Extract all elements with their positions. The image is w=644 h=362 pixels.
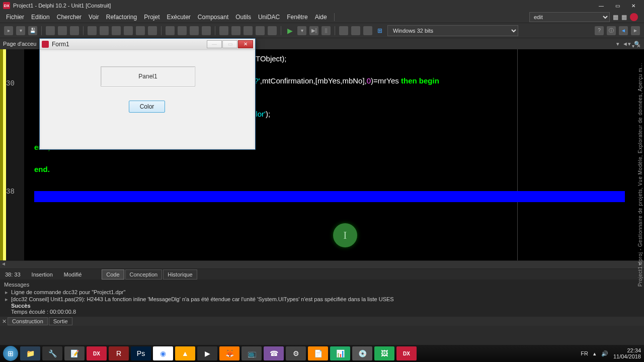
taskbar-item[interactable]: 💿: [352, 346, 372, 360]
taskbar-item[interactable]: 📺: [242, 346, 262, 360]
open-button[interactable]: ▾: [16, 26, 25, 35]
menu-outils[interactable]: Outils: [235, 14, 251, 21]
tab-sortie[interactable]: Sortie: [49, 317, 72, 325]
save-button[interactable]: 💾: [28, 26, 37, 35]
pin-icon[interactable]: ▾: [632, 43, 634, 49]
form1-close-button[interactable]: ✕: [238, 40, 253, 48]
clock[interactable]: 22:34 11/04/2018: [613, 347, 641, 359]
tab-conception[interactable]: Conception: [125, 269, 163, 280]
taskbar-item[interactable]: 📄: [308, 346, 328, 360]
run-dropdown[interactable]: ▾: [297, 26, 306, 35]
tool-icon[interactable]: [363, 26, 372, 35]
record-icon[interactable]: [630, 13, 638, 21]
menu-voir[interactable]: Voir: [89, 14, 99, 21]
tool-icon[interactable]: [178, 26, 187, 35]
delphi-logo-icon: DX: [3, 2, 10, 9]
taskbar-item[interactable]: 📊: [330, 346, 350, 360]
dropdown-icon[interactable]: ▾: [616, 41, 619, 47]
taskbar-item[interactable]: 🦊: [219, 346, 239, 360]
tool-icon[interactable]: [351, 26, 360, 35]
menu-projet[interactable]: Projet: [144, 14, 159, 21]
taskbar-item[interactable]: Ps: [131, 346, 151, 360]
menu-edition[interactable]: Edition: [31, 14, 50, 21]
project-manager-tab[interactable]: Project1.dproj - Gestionnaire de projets…: [637, 55, 643, 287]
taskbar-item[interactable]: ☎: [264, 346, 284, 360]
message-row[interactable]: [dcc32 Conseil] Unit1.pas(29): H2443 La …: [4, 296, 640, 303]
tool-icon[interactable]: [190, 26, 199, 35]
step-button[interactable]: ▶|: [309, 26, 318, 35]
tool-icon[interactable]: [219, 26, 228, 35]
maximize-button[interactable]: ▭: [610, 1, 625, 10]
taskbar-item[interactable]: ◉: [153, 346, 173, 360]
menu-aide[interactable]: Aide: [315, 14, 327, 21]
taskbar-item[interactable]: R: [109, 346, 129, 360]
sep-icon: [215, 26, 215, 35]
tab-accueil[interactable]: Page d'acceu: [3, 41, 36, 47]
tool-icon[interactable]: [46, 26, 55, 35]
run-button[interactable]: ▶: [285, 26, 294, 35]
help-button[interactable]: ?: [595, 26, 604, 35]
menu-unidac[interactable]: UniDAC: [258, 14, 280, 21]
color-button[interactable]: Color: [129, 101, 165, 113]
message-row[interactable]: Ligne de commande dcc32 pour "Project1.d…: [4, 289, 640, 296]
tab-historique[interactable]: Historique: [163, 269, 197, 280]
tool-icon[interactable]: [166, 26, 175, 35]
tool-icon[interactable]: [70, 26, 79, 35]
taskbar-item[interactable]: 🖼: [374, 346, 394, 360]
tool-icon[interactable]: [339, 26, 348, 35]
menu-chercher[interactable]: Chercher: [57, 14, 82, 21]
tool-icon[interactable]: [231, 26, 240, 35]
new-button[interactable]: ▸: [4, 26, 13, 35]
close-panel-icon[interactable]: ✕: [636, 43, 640, 49]
taskbar-item[interactable]: ⚙: [286, 346, 306, 360]
tool-icon[interactable]: [244, 26, 253, 35]
tool-icon[interactable]: [100, 26, 109, 35]
taskbar-item[interactable]: 📝: [64, 346, 85, 360]
taskbar-item[interactable]: DX: [396, 346, 417, 360]
tray-icon[interactable]: ▴: [593, 350, 596, 357]
toolbar-icon[interactable]: ▦: [621, 14, 627, 21]
tab-construction[interactable]: Construction: [8, 317, 48, 325]
menu-fenetre[interactable]: Fenêtre: [287, 14, 307, 21]
close-tab-icon[interactable]: ✕: [2, 318, 7, 325]
form1-titlebar[interactable]: Form1 — ▭ ✕: [40, 39, 255, 50]
tool-icon[interactable]: [268, 26, 277, 35]
taskbar-item[interactable]: 📁: [20, 346, 40, 360]
tool-icon[interactable]: [256, 26, 265, 35]
menu-fichier[interactable]: Fichier: [6, 14, 24, 21]
form1-maximize-button[interactable]: ▭: [222, 40, 237, 48]
panel1[interactable]: Panel1: [101, 66, 195, 86]
platform-select[interactable]: Windows 32 bits: [387, 25, 518, 36]
tool-icon[interactable]: [124, 26, 133, 35]
menu-composant[interactable]: Composant: [198, 14, 228, 21]
arrow-icon[interactable]: ◄▾: [622, 41, 631, 47]
menu-executer[interactable]: Exécuter: [167, 14, 191, 21]
tray-icon[interactable]: 🔊: [601, 350, 608, 357]
close-button[interactable]: ✕: [626, 1, 641, 10]
form1-minimize-button[interactable]: —: [207, 40, 222, 48]
minimize-button[interactable]: —: [594, 1, 609, 10]
start-button[interactable]: ⊞: [3, 346, 18, 361]
forward-button[interactable]: ►: [631, 26, 640, 35]
form1-window[interactable]: Form1 — ▭ ✕ Panel1 Color: [39, 38, 256, 150]
taskbar-item[interactable]: ▶: [197, 346, 217, 360]
taskbar-item[interactable]: DX: [87, 346, 107, 360]
menu-refactoring[interactable]: Refactoring: [106, 14, 137, 21]
taskbar-item[interactable]: 🔧: [42, 346, 62, 360]
pause-button[interactable]: ||: [321, 26, 331, 35]
tool-icon[interactable]: [112, 26, 121, 35]
tool-icon[interactable]: [202, 26, 211, 35]
tool-icon[interactable]: [136, 26, 145, 35]
tool-icon[interactable]: [58, 26, 67, 35]
taskbar-item[interactable]: ▲: [175, 346, 195, 360]
tool-icon[interactable]: [148, 26, 157, 35]
tool-icon[interactable]: [88, 26, 97, 35]
tab-code[interactable]: Code: [102, 269, 124, 280]
search-combo[interactable]: edit: [529, 12, 610, 22]
horizontal-scrollbar[interactable]: [0, 260, 644, 268]
toolbar-icon[interactable]: ▦: [613, 14, 618, 21]
system-tray: FR ▴ 🔊 22:34 11/04/2018: [581, 347, 641, 359]
language-indicator[interactable]: FR: [581, 350, 588, 356]
back-button[interactable]: ◄: [619, 26, 628, 35]
info-button[interactable]: ⓘ: [607, 26, 616, 35]
